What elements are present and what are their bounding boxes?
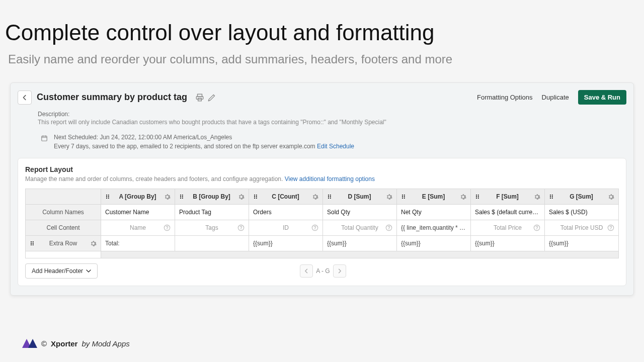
schedule-detail: Every 7 days, saved to the app, emailed …	[54, 143, 315, 150]
drag-icon[interactable]	[105, 194, 111, 200]
report-layout-card: Report Layout Manage the name and order …	[18, 158, 626, 286]
cellcontent-c[interactable]: ID	[249, 220, 323, 236]
print-icon[interactable]	[195, 93, 204, 102]
cellcontent-f[interactable]: Total Price	[471, 220, 545, 236]
column-headers-row: A [Group By] B [Group By] C [Count] D [S…	[26, 189, 619, 205]
colname-a[interactable]: Customer Name	[101, 205, 175, 220]
colname-f[interactable]: Sales $ (default currency)	[471, 205, 545, 220]
help-icon[interactable]	[164, 224, 171, 231]
chevron-down-icon	[86, 269, 91, 273]
calendar-icon	[41, 135, 48, 142]
edit-schedule-link[interactable]: Edit Schedule	[317, 143, 354, 150]
column-pager: A - G	[300, 264, 346, 278]
cellcontent-e[interactable]: {{ line_item.quantity * line_it	[397, 220, 471, 236]
brand-byline: by Modd Apps	[82, 339, 129, 348]
gear-icon[interactable]	[608, 194, 614, 200]
report-layout-title: Report Layout	[25, 165, 619, 173]
column-names-row: Column Names Customer Name Product Tag O…	[26, 205, 619, 220]
col-head-a[interactable]: A [Group By]	[101, 189, 175, 205]
gear-icon[interactable]	[386, 194, 392, 200]
cellcontent-a[interactable]: Name	[101, 220, 175, 236]
col-head-f[interactable]: F [Sum]	[471, 189, 545, 205]
row-label-extra-row: Extra Row	[26, 236, 101, 251]
duplicate-link[interactable]: Duplicate	[542, 94, 569, 101]
report-layout-subtitle: Manage the name and order of columns, cr…	[25, 175, 283, 183]
extra-g[interactable]: {{sum}}	[545, 236, 619, 251]
drag-icon[interactable]	[549, 194, 555, 200]
report-panel: Customer summary by product tag Formatti…	[10, 82, 634, 296]
colname-g[interactable]: Sales $ (USD)	[545, 205, 619, 220]
drag-icon[interactable]	[327, 194, 333, 200]
report-title: Customer summary by product tag	[37, 92, 187, 103]
brand-copyright: ©	[41, 339, 47, 348]
col-head-g[interactable]: G [Sum]	[545, 189, 619, 205]
gear-icon[interactable]	[238, 194, 245, 200]
drag-icon[interactable]	[475, 194, 481, 200]
gear-icon[interactable]	[534, 194, 540, 200]
pager-range: A - G	[316, 267, 330, 275]
help-icon[interactable]	[533, 224, 540, 231]
drag-icon[interactable]	[179, 194, 185, 200]
brand-footer: © Xporter by Modd Apps	[22, 339, 130, 348]
cellcontent-g[interactable]: Total Price USD	[545, 220, 619, 236]
gear-icon[interactable]	[312, 194, 318, 200]
help-icon[interactable]	[385, 224, 392, 231]
extra-b[interactable]	[175, 236, 249, 251]
extra-f[interactable]: {{sum}}	[471, 236, 545, 251]
pager-next[interactable]	[333, 264, 346, 278]
description-label: Description:	[38, 111, 606, 118]
back-button[interactable]	[18, 90, 32, 105]
gear-icon[interactable]	[90, 240, 97, 247]
col-head-c[interactable]: C [Count]	[249, 189, 323, 205]
colname-d[interactable]: Sold Qty	[323, 205, 397, 220]
table-footer-stripe	[26, 251, 619, 258]
drag-icon[interactable]	[401, 194, 407, 200]
help-icon[interactable]	[311, 224, 318, 231]
col-head-d[interactable]: D [Sum]	[323, 189, 397, 205]
drag-icon[interactable]	[253, 194, 259, 200]
extra-c[interactable]: {{sum}}	[249, 236, 323, 251]
col-head-e[interactable]: E [Sum]	[397, 189, 471, 205]
save-run-button[interactable]: Save & Run	[578, 90, 626, 105]
extra-row: Extra Row Total: {{sum}} {{sum}} {{sum}}…	[26, 236, 619, 251]
page-subtitle: Easily name and reorder your columns, ad…	[0, 49, 644, 76]
formatting-options-link[interactable]: Formatting Options	[477, 94, 533, 101]
view-formatting-options-link[interactable]: View additional formatting options	[285, 175, 375, 183]
drag-icon[interactable]	[30, 240, 36, 246]
schedule-next: Next Scheduled: Jun 24, 2022, 12:00:00 A…	[54, 134, 354, 141]
layout-table: A [Group By] B [Group By] C [Count] D [S…	[25, 189, 619, 258]
gear-icon[interactable]	[460, 194, 466, 200]
colname-c[interactable]: Orders	[249, 205, 323, 220]
description-text: This report will only include Canadian c…	[38, 119, 606, 126]
cellcontent-b[interactable]: Tags	[175, 220, 249, 236]
extra-a[interactable]: Total:	[101, 236, 175, 251]
add-header-footer-button[interactable]: Add Header/Footer	[25, 263, 98, 279]
brand-logo-icon	[22, 339, 37, 348]
edit-icon[interactable]	[207, 93, 216, 102]
col-head-b[interactable]: B [Group By]	[175, 189, 249, 205]
row-label-column-names: Column Names	[26, 205, 101, 220]
pager-prev[interactable]	[300, 264, 313, 278]
help-icon[interactable]	[237, 224, 245, 231]
brand-name: Xporter	[51, 339, 77, 348]
colname-e[interactable]: Net Qty	[397, 205, 471, 220]
extra-d[interactable]: {{sum}}	[323, 236, 397, 251]
cellcontent-d[interactable]: Total Quantity	[323, 220, 397, 236]
colname-b[interactable]: Product Tag	[175, 205, 249, 220]
help-icon[interactable]	[607, 224, 614, 231]
gear-icon[interactable]	[164, 194, 171, 200]
page-title: Complete control over layout and formatt…	[0, 0, 644, 49]
cell-content-row: Cell Content Name Tags ID Total Quantity…	[26, 220, 619, 236]
extra-e[interactable]: {{sum}}	[397, 236, 471, 251]
row-label-cell-content: Cell Content	[26, 220, 101, 236]
